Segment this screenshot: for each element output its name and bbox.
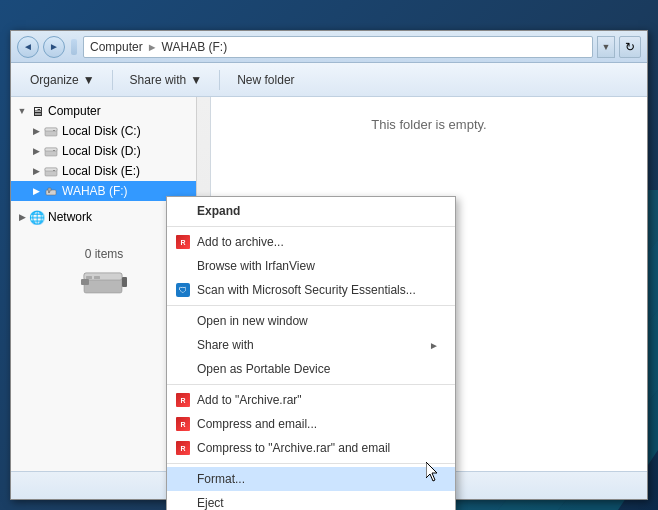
svg-rect-8 xyxy=(53,170,55,171)
svg-rect-15 xyxy=(122,277,127,287)
disk-e-icon xyxy=(43,163,59,179)
wahab-icon xyxy=(43,183,59,199)
menu-item-label: Add to archive... xyxy=(197,235,284,249)
path-drive: WAHAB (F:) xyxy=(162,40,228,54)
menu-item-label: Format... xyxy=(197,472,245,486)
sidebar-item-disk-c[interactable]: ▶ Local Disk (C:) xyxy=(11,121,197,141)
rar-icon: R xyxy=(175,440,191,456)
menu-item-label: Eject xyxy=(197,496,224,510)
organize-arrow: ▼ xyxy=(83,73,95,87)
svg-rect-1 xyxy=(45,128,57,131)
empty-message: This folder is empty. xyxy=(371,117,486,132)
menu-icon-placeholder xyxy=(175,361,191,377)
svg-rect-10 xyxy=(48,188,51,191)
computer-label: Computer xyxy=(48,104,101,118)
svg-rect-4 xyxy=(45,148,57,151)
tree-toggle-network[interactable]: ▶ xyxy=(15,210,29,224)
disk-d-icon xyxy=(43,143,59,159)
svg-rect-17 xyxy=(94,276,100,279)
menu-item-label: Compress to "Archive.rar" and email xyxy=(197,441,390,455)
menu-item-label: Open in new window xyxy=(197,314,308,328)
share-arrow: ▼ xyxy=(190,73,202,87)
menu-item-compress_email[interactable]: RCompress and email... xyxy=(167,412,455,436)
back-button[interactable]: ◄ xyxy=(17,36,39,58)
menu-item-label: Open as Portable Device xyxy=(197,362,330,376)
tree-toggle-f[interactable]: ▶ xyxy=(29,184,43,198)
menu-item-format[interactable]: Format... xyxy=(167,467,455,491)
toolbar-separator-2 xyxy=(219,70,220,90)
menu-item-open_portable[interactable]: Open as Portable Device xyxy=(167,357,455,381)
menu-separator xyxy=(167,384,455,385)
menu-item-share_with[interactable]: Share with► xyxy=(167,333,455,357)
menu-item-compress_rar_email[interactable]: RCompress to "Archive.rar" and email xyxy=(167,436,455,460)
svg-rect-2 xyxy=(53,130,55,131)
security-icon: 🛡 xyxy=(175,282,191,298)
organize-button[interactable]: Organize ▼ xyxy=(19,69,106,91)
menu-icon-placeholder xyxy=(175,471,191,487)
svg-rect-5 xyxy=(53,150,55,151)
sidebar-item-disk-e[interactable]: ▶ Local Disk (E:) xyxy=(11,161,197,181)
menu-item-scan_security[interactable]: 🛡Scan with Microsoft Security Essentials… xyxy=(167,278,455,302)
toolbar: Organize ▼ Share with ▼ New folder xyxy=(11,63,647,97)
menu-separator xyxy=(167,463,455,464)
toolbar-separator-1 xyxy=(112,70,113,90)
wahab-label: WAHAB (F:) xyxy=(62,184,128,198)
menu-item-label: Share with xyxy=(197,338,254,352)
menu-item-browse_irfan[interactable]: Browse with IrfanView xyxy=(167,254,455,278)
menu-item-label: Add to "Archive.rar" xyxy=(197,393,302,407)
menu-separator xyxy=(167,226,455,227)
forward-button[interactable]: ► xyxy=(43,36,65,58)
disk-c-icon xyxy=(43,123,59,139)
disk-e-label: Local Disk (E:) xyxy=(62,164,140,178)
usb-drive-illustration xyxy=(79,265,129,300)
menu-item-label: Expand xyxy=(197,204,240,218)
address-bar: ◄ ► Computer ► WAHAB (F:) ▼ ↻ xyxy=(11,31,647,63)
menu-item-label: Scan with Microsoft Security Essentials.… xyxy=(197,283,416,297)
submenu-arrow-icon: ► xyxy=(429,340,439,351)
menu-icon-placeholder xyxy=(175,313,191,329)
menu-item-add_rar[interactable]: RAdd to "Archive.rar" xyxy=(167,388,455,412)
rar-icon: R xyxy=(175,392,191,408)
sidebar-item-computer[interactable]: ▼ 🖥 Computer xyxy=(11,101,197,121)
address-path[interactable]: Computer ► WAHAB (F:) xyxy=(83,36,593,58)
path-computer: Computer xyxy=(90,40,143,54)
tree-toggle-c[interactable]: ▶ xyxy=(29,124,43,138)
sidebar-item-disk-d[interactable]: ▶ Local Disk (D:) xyxy=(11,141,197,161)
svg-rect-11 xyxy=(48,191,50,193)
tree-toggle-computer[interactable]: ▼ xyxy=(15,104,29,118)
svg-rect-14 xyxy=(81,279,89,285)
menu-icon-placeholder xyxy=(175,337,191,353)
tree-toggle-d[interactable]: ▶ xyxy=(29,144,43,158)
refresh-button[interactable]: ↻ xyxy=(619,36,641,58)
svg-rect-16 xyxy=(86,276,92,279)
menu-item-label: Browse with IrfanView xyxy=(197,259,315,273)
menu-icon-placeholder xyxy=(175,258,191,274)
path-dropdown[interactable]: ▼ xyxy=(597,36,615,58)
context-menu: ExpandRAdd to archive...Browse with Irfa… xyxy=(166,196,456,510)
disk-d-label: Local Disk (D:) xyxy=(62,144,141,158)
menu-item-open_window[interactable]: Open in new window xyxy=(167,309,455,333)
computer-icon: 🖥 xyxy=(29,103,45,119)
svg-rect-7 xyxy=(45,168,57,171)
disk-c-label: Local Disk (C:) xyxy=(62,124,141,138)
menu-icon-placeholder xyxy=(175,495,191,510)
share-with-button[interactable]: Share with ▼ xyxy=(119,69,214,91)
menu-item-eject[interactable]: Eject xyxy=(167,491,455,510)
menu-item-add_archive[interactable]: RAdd to archive... xyxy=(167,230,455,254)
menu-icon-placeholder xyxy=(175,203,191,219)
menu-separator xyxy=(167,305,455,306)
menu-item-expand[interactable]: Expand xyxy=(167,199,455,223)
network-label: Network xyxy=(48,210,92,224)
network-icon: 🌐 xyxy=(29,209,45,225)
new-folder-button[interactable]: New folder xyxy=(226,69,305,91)
rar-icon: R xyxy=(175,416,191,432)
rar-icon: R xyxy=(175,234,191,250)
menu-item-label: Compress and email... xyxy=(197,417,317,431)
items-count: 0 items xyxy=(85,247,124,261)
tree-toggle-e[interactable]: ▶ xyxy=(29,164,43,178)
